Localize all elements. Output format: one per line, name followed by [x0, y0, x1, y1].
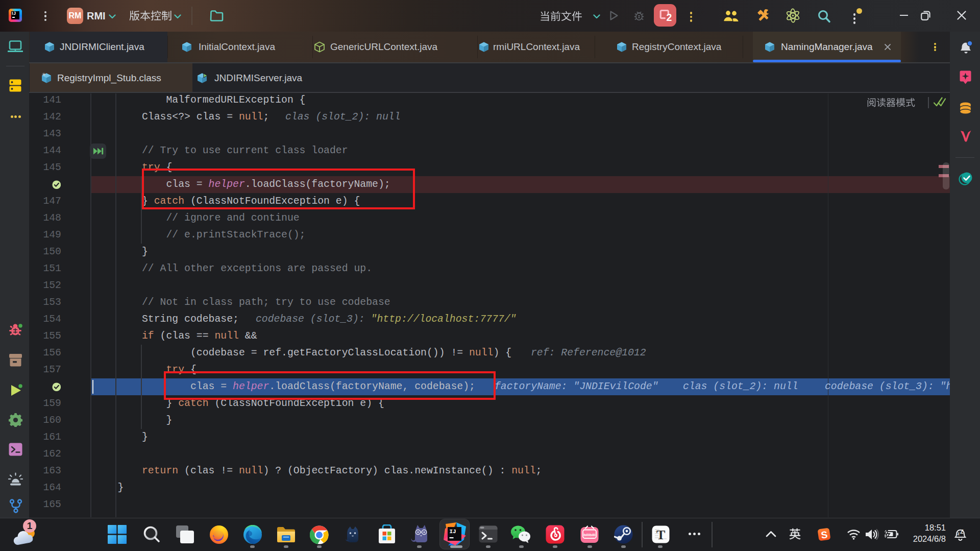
svg-text:IJ: IJ: [450, 529, 456, 535]
svg-text:T: T: [656, 528, 665, 542]
svg-text:✳: ✳: [42, 73, 46, 77]
svg-text:z: z: [958, 531, 960, 536]
svg-text:Z: Z: [960, 529, 964, 535]
svg-text:bilibili: bilibili: [583, 533, 595, 537]
